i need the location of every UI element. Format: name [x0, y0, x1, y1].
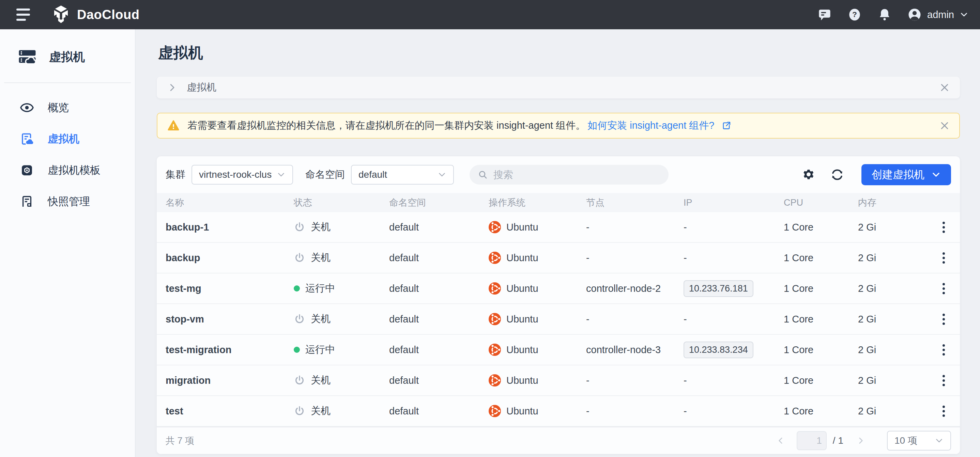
search-icon: [478, 170, 488, 180]
namespace-select[interactable]: default: [351, 165, 454, 184]
alert-banner: 若需要查看虚拟机监控的相关信息，请在虚拟机所在的同一集群内安装 insight-…: [157, 113, 960, 139]
close-icon[interactable]: [939, 83, 950, 93]
chevron-down-icon: [935, 436, 943, 445]
sidebar-item-label: 虚拟机: [48, 132, 80, 146]
vm-ip: -: [684, 314, 687, 325]
vm-status: 关机: [285, 251, 380, 265]
power-off-icon: [294, 221, 305, 233]
vm-os: Ubuntu: [480, 282, 577, 295]
vm-table-card: 集群 virtnest-rook-clust... 命名空间 default: [157, 156, 960, 454]
chevron-down-icon: [438, 170, 446, 179]
vm-memory: 2 Gi: [849, 344, 928, 355]
next-page-icon[interactable]: [856, 436, 865, 445]
alert-link[interactable]: 如何安装 insight-agent 组件?: [587, 119, 731, 132]
sidebar-item-label: 虚拟机模板: [48, 163, 100, 178]
vm-node: -: [577, 314, 675, 325]
vm-memory: 2 Gi: [849, 375, 928, 386]
table-row: backup 关机 default Ubuntu: [157, 243, 960, 273]
row-actions-kebab-icon[interactable]: [934, 370, 954, 390]
avatar-icon: [907, 8, 922, 22]
table-body: backup-1 关机 default Ubuntu: [157, 212, 960, 427]
ubuntu-icon: [488, 282, 501, 295]
vm-namespace: default: [380, 314, 480, 325]
template-icon: [20, 163, 34, 178]
sidebar-item-vm-template[interactable]: 虚拟机模板: [0, 155, 135, 186]
hamburger-icon[interactable]: [16, 7, 32, 22]
vm-name[interactable]: backup-1: [157, 222, 285, 233]
settings-gear-icon[interactable]: [802, 168, 816, 182]
table-row: stop-vm 关机 default Ubuntu: [157, 304, 960, 335]
vm-status: 关机: [285, 404, 380, 418]
vm-node: controller-node-3: [577, 344, 675, 355]
chat-icon[interactable]: [818, 8, 832, 22]
page-title: 虚拟机: [158, 43, 960, 63]
sidebar-item-overview[interactable]: 概览: [0, 92, 135, 123]
column-header: IP: [675, 197, 775, 208]
breadcrumb-item[interactable]: 虚拟机: [187, 81, 216, 94]
vm-ip: -: [684, 375, 687, 386]
help-icon[interactable]: ?: [848, 8, 862, 22]
vm-name[interactable]: migration: [157, 375, 285, 386]
vm-cpu: 1 Core: [775, 222, 849, 233]
pagination-bar: 共 7 项 / 1 10 项: [157, 427, 960, 454]
vm-node: -: [577, 406, 675, 417]
vm-name[interactable]: test-migration: [157, 344, 285, 355]
page-number-input[interactable]: [797, 431, 827, 450]
ubuntu-icon: [488, 252, 501, 264]
vm-node: -: [577, 222, 675, 233]
search-input[interactable]: [493, 169, 660, 181]
running-dot-icon: [294, 347, 300, 353]
vm-os: Ubuntu: [480, 344, 577, 356]
column-header: 状态: [285, 197, 380, 209]
sidebar-item-vm[interactable]: 虚拟机: [0, 123, 135, 155]
vm-status: 运行中: [285, 343, 380, 357]
ubuntu-icon: [488, 344, 501, 356]
vm-name[interactable]: stop-vm: [157, 314, 285, 325]
vm-memory: 2 Gi: [849, 283, 928, 294]
total-pages-label: / 1: [833, 435, 843, 446]
row-actions-kebab-icon[interactable]: [934, 217, 954, 237]
prev-page-icon[interactable]: [776, 436, 785, 445]
vm-name[interactable]: backup: [157, 252, 285, 263]
vm-namespace: default: [380, 283, 480, 294]
sidebar-item-snapshot[interactable]: 快照管理: [0, 186, 135, 217]
table-row: test-mg 运行中 default Ubuntu: [157, 273, 960, 304]
cluster-label: 集群: [165, 168, 185, 181]
vm-node: -: [577, 252, 675, 263]
search-box: [469, 165, 668, 184]
vm-memory: 2 Gi: [849, 252, 928, 263]
sidebar: 虚拟机 概览 虚拟机 虚拟机模板 快照管理: [0, 29, 135, 457]
running-dot-icon: [294, 286, 300, 292]
vm-cpu: 1 Core: [775, 314, 849, 325]
vm-cpu: 1 Core: [775, 283, 849, 294]
chevron-down-icon: [277, 170, 286, 179]
svg-text:?: ?: [852, 10, 857, 19]
row-actions-kebab-icon[interactable]: [934, 309, 954, 329]
vm-ip: 10.233.83.234: [684, 341, 753, 358]
row-actions-kebab-icon[interactable]: [934, 401, 954, 421]
table-row: test 关机 default Ubuntu: [157, 396, 960, 427]
chevron-down-icon: [959, 10, 969, 19]
external-link-icon: [722, 121, 731, 130]
row-actions-kebab-icon[interactable]: [934, 340, 954, 360]
bell-icon[interactable]: [877, 8, 892, 22]
vm-os: Ubuntu: [480, 252, 577, 264]
vm-name[interactable]: test: [157, 406, 285, 417]
user-menu[interactable]: admin: [907, 8, 969, 22]
sidebar-header-label: 虚拟机: [49, 49, 85, 65]
user-name: admin: [927, 9, 954, 21]
vm-name[interactable]: test-mg: [157, 283, 285, 294]
vm-ip: -: [684, 222, 687, 233]
refresh-icon[interactable]: [830, 168, 845, 182]
page-size-select[interactable]: 10 项: [887, 431, 951, 451]
create-vm-button[interactable]: 创建虚拟机: [861, 164, 951, 185]
brand[interactable]: DaoCloud: [51, 4, 139, 25]
close-icon[interactable]: [939, 121, 950, 131]
power-off-icon: [294, 374, 305, 386]
power-off-icon: [294, 405, 305, 417]
row-actions-kebab-icon[interactable]: [934, 278, 954, 299]
brand-name: DaoCloud: [77, 8, 139, 22]
vm-cpu: 1 Core: [775, 252, 849, 263]
row-actions-kebab-icon[interactable]: [934, 248, 954, 268]
cluster-select[interactable]: virtnest-rook-clust...: [191, 165, 293, 184]
